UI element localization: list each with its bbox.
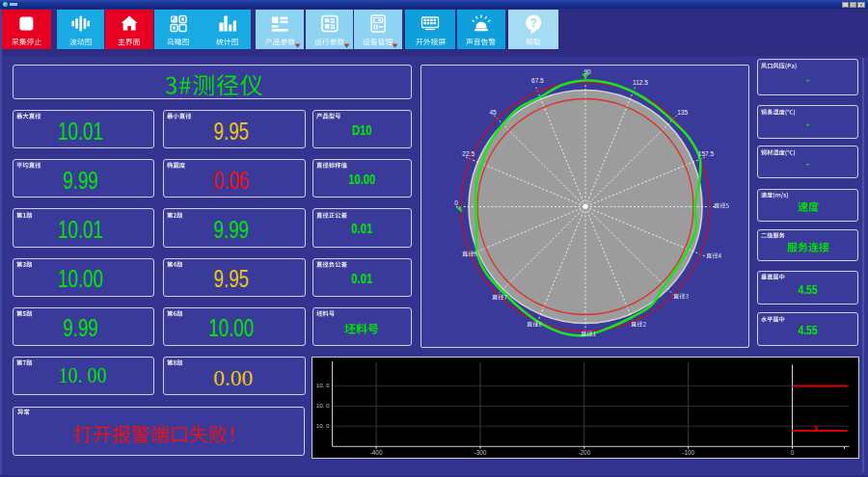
svg-text:10. 0: 10. 0 xyxy=(315,382,329,388)
svg-text:-400: -400 xyxy=(369,449,382,456)
svg-text:10. 0: 10. 0 xyxy=(315,402,329,409)
svg-text:-100: -100 xyxy=(682,449,694,456)
svg-text:0: 0 xyxy=(790,449,794,456)
svg-text:?: ? xyxy=(529,16,536,30)
svg-text:-300: -300 xyxy=(474,449,486,456)
svg-text:-200: -200 xyxy=(578,449,590,456)
svg-text:10. 0: 10. 0 xyxy=(315,422,329,429)
